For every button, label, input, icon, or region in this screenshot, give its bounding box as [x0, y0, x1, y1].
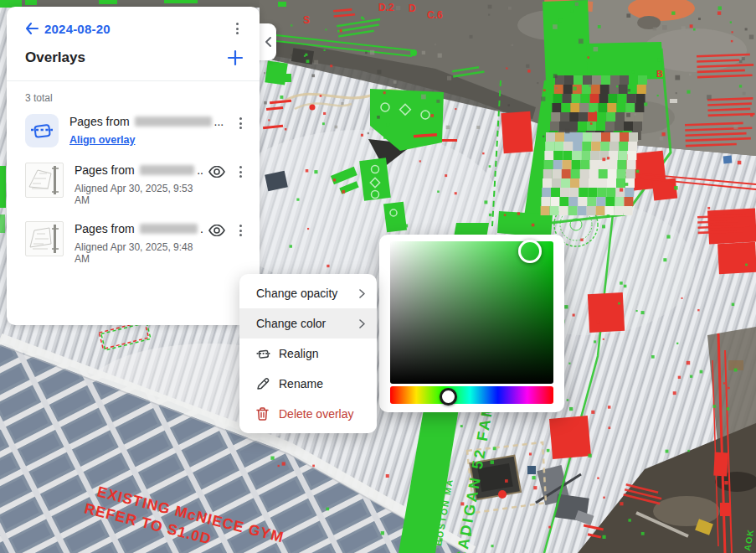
svg-text:C.6: C.6	[427, 9, 443, 21]
svg-text:D: D	[409, 3, 416, 14]
redacted-text	[140, 224, 198, 234]
pixelated-blur-region	[541, 132, 638, 215]
overlay-title: Pages from.	[75, 222, 203, 235]
row-kebab-menu-button[interactable]	[233, 164, 248, 179]
add-overlay-button[interactable]	[226, 49, 244, 67]
back-button[interactable]: 2024-08-20	[25, 22, 111, 36]
panel-kebab-menu-button[interactable]	[229, 21, 244, 36]
menu-item-label: Change color	[256, 317, 326, 330]
menu-item-change-color[interactable]: Change color	[239, 308, 377, 339]
panel-title: Overlays	[25, 49, 85, 66]
overlay-list-item[interactable]: Pages from... Align overlay	[7, 106, 260, 155]
align-overlay-icon	[30, 119, 54, 142]
svg-text:S: S	[303, 14, 310, 26]
pencil-icon	[256, 377, 270, 390]
row-kebab-menu-button[interactable]	[233, 223, 248, 238]
menu-item-label: Rename	[279, 377, 323, 390]
saturation-thumb[interactable]	[518, 240, 542, 263]
overlay-list-item[interactable]: Pages from. Aligned Apr 30, 2025, 9:48 A…	[7, 214, 260, 272]
overlay-thumbnail	[25, 221, 64, 256]
color-picker-popover	[379, 235, 564, 412]
overlay-title: Pages from...	[69, 115, 228, 128]
trash-icon	[256, 407, 270, 421]
overlay-list-item[interactable]: Pages from.. Aligned Apr 30, 2025, 9:53 …	[7, 155, 260, 214]
panel-collapse-button[interactable]	[260, 23, 276, 60]
menu-item-label: Change opacity	[256, 287, 337, 300]
pixelated-blur-region	[549, 75, 647, 140]
menu-item-delete-overlay[interactable]: Delete overlay	[239, 399, 377, 429]
overlays-panel: 2024-08-20 Overlays 3 total Pages from..…	[7, 7, 260, 325]
overlay-tile	[25, 114, 59, 147]
overlay-title: Pages from..	[75, 163, 203, 177]
overlay-context-menu: Change opacity Change color Realign Rena…	[239, 274, 377, 433]
back-arrow-icon	[25, 23, 39, 34]
aligned-timestamp: Aligned Apr 30, 2025, 9:48 AM	[75, 241, 203, 265]
realign-icon	[256, 347, 270, 361]
overlay-thumbnail	[25, 163, 64, 198]
menu-item-realign[interactable]: Realign	[239, 339, 377, 369]
svg-text:D.2: D.2	[378, 2, 394, 13]
dataset-date: 2024-08-20	[44, 22, 111, 36]
overlay-count: 3 total	[7, 81, 260, 106]
row-kebab-menu-button[interactable]	[233, 116, 248, 131]
chevron-left-icon	[265, 37, 271, 47]
menu-item-change-opacity[interactable]: Change opacity	[239, 278, 377, 308]
align-overlay-link[interactable]: Align overlay	[69, 134, 136, 146]
visibility-eye-icon[interactable]	[208, 166, 225, 178]
menu-item-rename[interactable]: Rename	[239, 369, 377, 399]
menu-item-label: Delete overlay	[279, 407, 354, 421]
saturation-value-area[interactable]	[390, 241, 553, 384]
hue-thumb[interactable]	[440, 388, 457, 406]
aligned-timestamp: Aligned Apr 30, 2025, 9:53 AM	[75, 183, 203, 206]
chevron-right-icon	[359, 289, 365, 298]
redacted-text	[135, 116, 212, 127]
chevron-right-icon	[359, 319, 365, 328]
svg-text:B: B	[656, 69, 663, 79]
visibility-eye-icon[interactable]	[208, 225, 225, 236]
menu-item-label: Realign	[279, 347, 318, 360]
hue-slider[interactable]	[390, 386, 553, 404]
redacted-text	[140, 165, 195, 175]
